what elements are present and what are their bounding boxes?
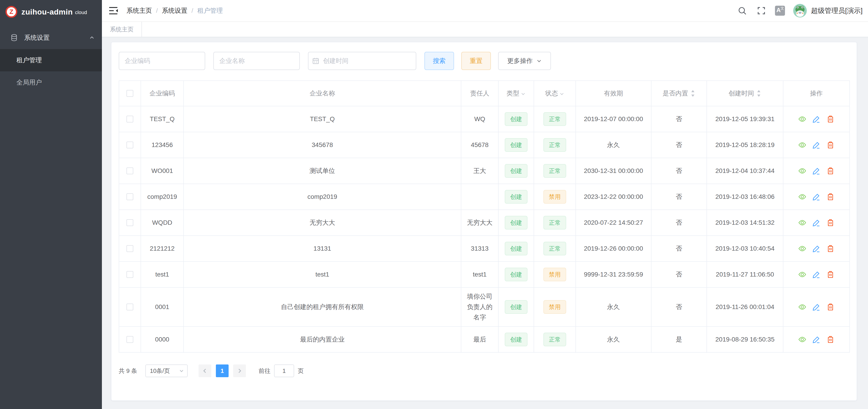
cell-status: 正常 [534, 106, 576, 132]
cell-select [119, 236, 141, 262]
cell-builtin: 否 [651, 184, 707, 210]
current-user[interactable]: 超级管理员[演示] [811, 6, 863, 15]
edit-icon[interactable] [812, 115, 820, 123]
row-checkbox[interactable] [126, 245, 133, 252]
avatar[interactable] [793, 4, 807, 18]
tab-system-home[interactable]: 系统主页 [102, 22, 142, 37]
create-time-input[interactable] [308, 52, 416, 70]
delete-icon[interactable] [826, 141, 835, 149]
cell-company-name: 最后的内置企业 [184, 327, 461, 352]
sort-caret-icon[interactable] [756, 89, 761, 98]
cell-owner: 王大 [461, 158, 498, 184]
row-checkbox[interactable] [126, 193, 133, 200]
search-button[interactable]: 搜索 [425, 52, 454, 70]
edit-icon[interactable] [812, 335, 820, 344]
column-label: 企业编码 [150, 89, 175, 98]
cell-expire: 2020-07-22 14:50:27 [576, 210, 651, 236]
status-badge: 正常 [544, 112, 566, 126]
chevron-right-icon [237, 368, 242, 374]
edit-icon[interactable] [812, 141, 820, 149]
search-icon[interactable] [738, 6, 747, 15]
status-badge: 禁用 [544, 190, 566, 204]
breadcrumb-home[interactable]: 系统主页 [126, 6, 152, 15]
row-checkbox[interactable] [126, 167, 133, 174]
cell-company-name: 无穷大大 [184, 210, 461, 236]
delete-icon[interactable] [826, 193, 835, 201]
view-icon[interactable] [798, 303, 806, 311]
company-name-input[interactable] [213, 52, 300, 70]
status-badge: 正常 [544, 242, 566, 255]
cell-owner: 无穷大大 [461, 210, 498, 236]
filter-arrow-icon[interactable] [559, 91, 564, 96]
fullscreen-icon[interactable] [757, 6, 766, 15]
total-count: 共 9 条 [119, 367, 137, 375]
delete-icon[interactable] [826, 167, 835, 175]
edit-icon[interactable] [812, 303, 820, 311]
cell-select [119, 106, 141, 132]
type-badge: 创建 [505, 242, 527, 255]
cell-status: 禁用 [534, 287, 576, 327]
view-icon[interactable] [798, 244, 806, 253]
row-checkbox[interactable] [126, 336, 133, 343]
row-checkbox[interactable] [126, 142, 133, 148]
delete-icon[interactable] [826, 115, 835, 123]
row-checkbox[interactable] [126, 304, 133, 310]
view-icon[interactable] [798, 270, 806, 279]
view-icon[interactable] [798, 335, 806, 344]
cell-company-name: 13131 [184, 236, 461, 262]
view-icon[interactable] [798, 193, 806, 201]
column-header-类型: 类型 [498, 81, 534, 106]
chevron-up-icon [89, 35, 95, 40]
delete-icon[interactable] [826, 270, 835, 279]
company-code-input[interactable] [119, 52, 205, 70]
column-header-有效期: 有效期 [576, 81, 651, 106]
reset-button[interactable]: 重置 [461, 52, 491, 70]
table-header-row: 企业编码企业名称责任人类型状态有效期是否内置创建时间操作 [119, 81, 849, 106]
next-page-button[interactable] [233, 365, 246, 377]
view-icon[interactable] [798, 218, 806, 227]
view-icon[interactable] [798, 167, 806, 175]
breadcrumb: 系统主页 / 系统设置 / 租户管理 [126, 6, 223, 15]
page-number-1[interactable]: 1 [216, 365, 228, 377]
language-icon[interactable]: A 文 [775, 6, 785, 16]
view-icon[interactable] [798, 115, 806, 123]
view-icon[interactable] [798, 141, 806, 149]
breadcrumb-settings[interactable]: 系统设置 [162, 6, 187, 15]
cell-builtin: 否 [651, 236, 707, 262]
goto-page-input[interactable] [274, 365, 294, 377]
prev-page-button[interactable] [198, 365, 211, 377]
collapse-sidebar-icon[interactable] [108, 6, 118, 16]
column-label: 责任人 [470, 89, 489, 98]
type-badge: 创建 [505, 216, 527, 230]
sort-caret-icon[interactable] [690, 89, 695, 98]
filter-arrow-icon[interactable] [521, 91, 526, 96]
tab-bar: 系统主页 [102, 22, 868, 37]
sidebar-item-system-settings[interactable]: 系统设置 [0, 26, 102, 49]
delete-icon[interactable] [826, 335, 835, 344]
more-actions-button[interactable]: 更多操作 [498, 52, 551, 70]
delete-icon[interactable] [826, 303, 835, 311]
sidebar-item-global-users[interactable]: 全局用户 [0, 71, 102, 94]
edit-icon[interactable] [812, 167, 820, 175]
row-checkbox[interactable] [126, 271, 133, 278]
column-label: 是否内置 [662, 89, 688, 98]
edit-icon[interactable] [812, 270, 820, 279]
column-header-创建时间: 创建时间 [707, 81, 783, 106]
chevron-down-icon [179, 368, 184, 373]
delete-icon[interactable] [826, 244, 835, 253]
edit-icon[interactable] [812, 244, 820, 253]
delete-icon[interactable] [826, 218, 835, 227]
select-all-header [119, 81, 141, 106]
table-row: 0000最后的内置企业最后创建正常永久是2019-08-29 16:50:35 [119, 327, 849, 352]
row-checkbox[interactable] [126, 116, 133, 123]
sidebar-item-tenant-management[interactable]: 租户管理 [0, 49, 102, 71]
type-badge: 创建 [505, 138, 527, 152]
tenant-table: 企业编码企业名称责任人类型状态有效期是否内置创建时间操作 TEST_QTEST_… [119, 80, 849, 353]
status-badge: 正常 [544, 216, 566, 230]
select-all-checkbox[interactable] [126, 90, 133, 97]
page-size-select[interactable]: 10条/页 [145, 365, 188, 377]
cell-builtin: 否 [651, 106, 707, 132]
edit-icon[interactable] [812, 218, 820, 227]
row-checkbox[interactable] [126, 219, 133, 226]
edit-icon[interactable] [812, 193, 820, 201]
